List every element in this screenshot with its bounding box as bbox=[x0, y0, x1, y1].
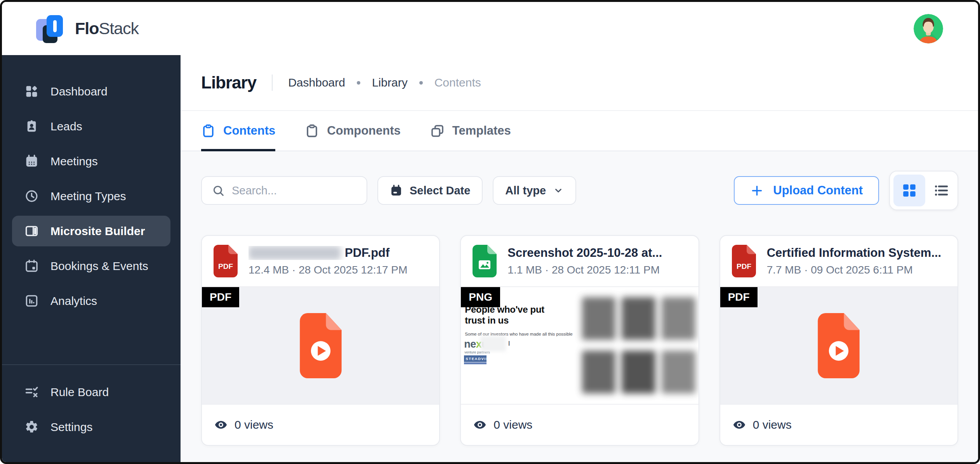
calendar-icon bbox=[24, 154, 39, 168]
file-title-text: PDF.pdf bbox=[345, 246, 389, 260]
sidebar-item-meeting-types[interactable]: Meeting Types bbox=[12, 181, 170, 211]
redacted-logo-block bbox=[480, 336, 506, 351]
rule-board-icon bbox=[24, 385, 39, 399]
file-type-badge: PDF bbox=[202, 287, 239, 307]
file-type-badge: PDF bbox=[720, 287, 758, 307]
clipboard-icon bbox=[305, 124, 319, 138]
document-play-icon bbox=[300, 313, 342, 378]
file-title-text: Certified Information System... bbox=[767, 246, 942, 260]
svg-text:PDF: PDF bbox=[737, 262, 751, 270]
file-preview[interactable]: PNG People who've put trust in us Some o… bbox=[461, 286, 698, 405]
brand-name: Flo Stack bbox=[75, 19, 139, 38]
redacted-title-block bbox=[248, 246, 341, 260]
main-area: Library Dashboard Library Contents bbox=[181, 55, 978, 462]
view-toggle bbox=[889, 171, 958, 210]
file-title: PDF.pdf bbox=[248, 246, 407, 260]
eye-icon bbox=[214, 418, 228, 431]
steadview-logo-text: STEADVIEW bbox=[464, 355, 487, 362]
avatar-illustration bbox=[914, 14, 943, 43]
search-box bbox=[201, 176, 367, 205]
card-footer: 0 views bbox=[720, 405, 957, 445]
clipboard-icon bbox=[201, 124, 215, 138]
card-footer: 0 views bbox=[461, 405, 698, 445]
breadcrumb-item-dashboard[interactable]: Dashboard bbox=[288, 76, 345, 89]
views-count: 0 views bbox=[753, 418, 792, 431]
sidebar-divider bbox=[2, 364, 181, 365]
card-footer: 0 views bbox=[202, 405, 439, 445]
sidebar-item-leads[interactable]: Leads bbox=[12, 111, 170, 142]
breadcrumb-item-library[interactable]: Library bbox=[372, 76, 408, 89]
type-filter-dropdown[interactable]: All type bbox=[493, 176, 576, 205]
content-card-png[interactable]: Screenshot 2025-10-28 at... 1.1 MB · 28 … bbox=[460, 235, 699, 446]
grid-view-icon bbox=[901, 182, 917, 199]
select-date-button[interactable]: Select Date bbox=[377, 176, 483, 205]
list-view-icon bbox=[933, 182, 949, 199]
sidebar-item-analytics[interactable]: Analytics bbox=[12, 286, 170, 316]
top-bar: Flo Stack bbox=[2, 2, 978, 55]
user-avatar[interactable] bbox=[914, 14, 943, 43]
app-window: Flo Stack bbox=[0, 0, 980, 464]
sidebar-item-settings[interactable]: Settings bbox=[12, 412, 170, 442]
sidebar-item-dashboard[interactable]: Dashboard bbox=[12, 76, 170, 107]
library-tabs: Contents Components Templates bbox=[181, 111, 978, 151]
grid-view-button[interactable] bbox=[893, 175, 925, 206]
sidebar-item-label: Leads bbox=[50, 120, 82, 133]
title-divider bbox=[272, 74, 273, 91]
document-play-icon bbox=[818, 313, 860, 378]
search-icon bbox=[212, 184, 225, 197]
sidebar-item-label: Analytics bbox=[50, 294, 97, 308]
brand-name-bold: Flo bbox=[75, 19, 99, 38]
brand-name-light: Stack bbox=[99, 19, 139, 38]
sidebar-item-label: Meeting Types bbox=[50, 190, 126, 203]
select-date-label: Select Date bbox=[410, 184, 470, 197]
breadcrumb-separator bbox=[357, 81, 360, 85]
content-card-pdf-2[interactable]: PDF Certified Information System... 7.7 … bbox=[719, 235, 958, 446]
content-card-pdf-1[interactable]: PDF PDF.pdf 12.4 MB · 28 Oct 2025 12:17 … bbox=[201, 235, 440, 446]
breadcrumb-item-contents: Contents bbox=[434, 76, 481, 89]
type-filter-value: All type bbox=[505, 184, 546, 197]
sidebar-item-meetings[interactable]: Meetings bbox=[12, 146, 170, 177]
card-header: PDF PDF.pdf 12.4 MB · 28 Oct 2025 12:17 … bbox=[202, 236, 439, 286]
templates-copy-icon bbox=[430, 124, 445, 138]
sidebar-item-label: Dashboard bbox=[50, 85, 108, 98]
steadview-logo: STEADVIEW bbox=[464, 355, 487, 364]
eye-icon bbox=[733, 418, 746, 431]
pdf-file-icon: PDF bbox=[214, 245, 238, 277]
search-input[interactable] bbox=[232, 184, 356, 197]
sidebar-item-rule-board[interactable]: Rule Board bbox=[12, 377, 170, 407]
breadcrumb-separator bbox=[419, 81, 423, 85]
breadcrumb: Dashboard Library Contents bbox=[288, 76, 481, 89]
sidebar-item-bookings-events[interactable]: Bookings & Events bbox=[12, 251, 170, 281]
file-meta: 7.7 MB · 09 Oct 2025 6:11 PM bbox=[767, 264, 942, 276]
content-card-grid: PDF PDF.pdf 12.4 MB · 28 Oct 2025 12:17 … bbox=[201, 235, 958, 446]
upload-content-label: Upload Content bbox=[773, 184, 863, 197]
card-header: PDF Certified Information System... 7.7 … bbox=[720, 236, 957, 286]
brand-logo[interactable]: Flo Stack bbox=[36, 14, 139, 43]
list-view-button[interactable] bbox=[928, 175, 954, 206]
gear-icon bbox=[24, 420, 39, 434]
sidebar-item-microsite-builder[interactable]: Microsite Builder bbox=[12, 216, 170, 246]
sidebar-item-label: Settings bbox=[50, 421, 92, 434]
sidebar-item-label: Meetings bbox=[50, 155, 98, 168]
blurred-photo-grid bbox=[582, 297, 695, 393]
file-preview[interactable]: PDF bbox=[720, 286, 957, 405]
tab-components[interactable]: Components bbox=[305, 111, 400, 151]
tab-contents[interactable]: Contents bbox=[201, 111, 275, 151]
page-title: Library bbox=[201, 73, 256, 92]
app-shell: Dashboard Leads bbox=[2, 55, 978, 462]
tab-templates[interactable]: Templates bbox=[430, 111, 511, 151]
views-count: 0 views bbox=[493, 418, 532, 431]
thumbnail-stray-glyph: l bbox=[508, 340, 510, 348]
tab-label: Components bbox=[327, 124, 400, 138]
file-meta: 12.4 MB · 28 Oct 2025 12:17 PM bbox=[248, 264, 407, 276]
analytics-icon bbox=[24, 294, 39, 308]
sidebar-item-label: Microsite Builder bbox=[50, 225, 145, 238]
image-file-icon bbox=[473, 245, 497, 277]
content-area: Select Date All type Upload Content bbox=[181, 151, 978, 446]
microsite-builder-icon bbox=[24, 224, 39, 238]
sidebar-item-label: Bookings & Events bbox=[50, 260, 148, 273]
file-preview[interactable]: PDF bbox=[202, 286, 439, 405]
file-title-text: Screenshot 2025-10-28 at... bbox=[507, 246, 662, 260]
views-count: 0 views bbox=[235, 418, 273, 431]
upload-content-button[interactable]: Upload Content bbox=[734, 176, 879, 205]
